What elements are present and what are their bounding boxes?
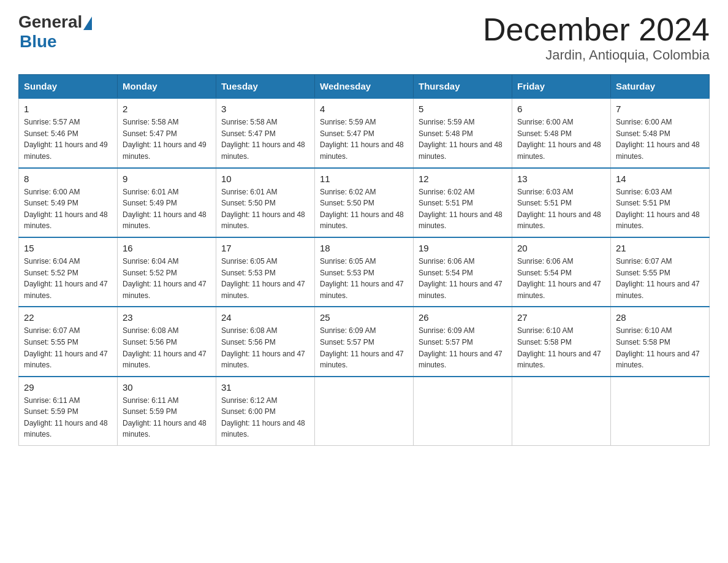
day-info: Sunrise: 6:01 AMSunset: 5:49 PMDaylight:…: [123, 186, 211, 232]
day-info: Sunrise: 6:11 AMSunset: 5:59 PMDaylight:…: [24, 395, 112, 440]
day-info: Sunrise: 6:02 AMSunset: 5:51 PMDaylight:…: [419, 186, 507, 232]
calendar-cell: 15Sunrise: 6:04 AMSunset: 5:52 PMDayligh…: [19, 237, 118, 307]
logo-general-text: General: [18, 12, 82, 32]
calendar-cell: 12Sunrise: 6:02 AMSunset: 5:51 PMDayligh…: [414, 168, 512, 237]
day-number: 28: [616, 312, 704, 323]
day-number: 8: [24, 174, 112, 184]
calendar-cell: 10Sunrise: 6:01 AMSunset: 5:50 PMDayligh…: [216, 168, 315, 237]
weekday-header-tuesday: Tuesday: [216, 75, 315, 99]
calendar-table: SundayMondayTuesdayWednesdayThursdayFrid…: [18, 74, 710, 446]
calendar-cell: 30Sunrise: 6:11 AMSunset: 5:59 PMDayligh…: [118, 377, 216, 446]
week-row-1: 1Sunrise: 5:57 AMSunset: 5:46 PMDaylight…: [19, 98, 710, 167]
day-info: Sunrise: 6:02 AMSunset: 5:50 PMDaylight:…: [320, 186, 408, 232]
calendar-cell: 21Sunrise: 6:07 AMSunset: 5:55 PMDayligh…: [611, 237, 710, 307]
weekday-header-wednesday: Wednesday: [315, 75, 414, 99]
calendar-cell: 4Sunrise: 5:59 AMSunset: 5:47 PMDaylight…: [315, 98, 414, 167]
day-info: Sunrise: 5:59 AMSunset: 5:48 PMDaylight:…: [419, 117, 507, 162]
day-number: 30: [123, 382, 211, 393]
day-info: Sunrise: 6:04 AMSunset: 5:52 PMDaylight:…: [123, 256, 211, 301]
calendar-cell: 18Sunrise: 6:05 AMSunset: 5:53 PMDayligh…: [315, 237, 414, 307]
day-number: 29: [24, 382, 112, 393]
day-info: Sunrise: 6:11 AMSunset: 5:59 PMDaylight:…: [123, 395, 211, 440]
day-info: Sunrise: 5:57 AMSunset: 5:46 PMDaylight:…: [24, 117, 112, 162]
weekday-header-thursday: Thursday: [414, 75, 512, 99]
day-info: Sunrise: 5:58 AMSunset: 5:47 PMDaylight:…: [123, 117, 211, 162]
calendar-cell: 23Sunrise: 6:08 AMSunset: 5:56 PMDayligh…: [118, 307, 216, 376]
calendar-cell: 25Sunrise: 6:09 AMSunset: 5:57 PMDayligh…: [315, 307, 414, 376]
day-info: Sunrise: 5:59 AMSunset: 5:47 PMDaylight:…: [320, 117, 408, 162]
day-info: Sunrise: 6:10 AMSunset: 5:58 PMDaylight:…: [517, 325, 605, 370]
day-info: Sunrise: 6:07 AMSunset: 5:55 PMDaylight:…: [24, 325, 112, 370]
calendar-cell: 5Sunrise: 5:59 AMSunset: 5:48 PMDaylight…: [414, 98, 512, 167]
day-info: Sunrise: 6:04 AMSunset: 5:52 PMDaylight:…: [24, 256, 112, 301]
calendar-cell: 19Sunrise: 6:06 AMSunset: 5:54 PMDayligh…: [414, 237, 512, 307]
day-number: 6: [517, 104, 605, 114]
weekday-header-saturday: Saturday: [611, 75, 710, 99]
day-number: 3: [221, 104, 309, 114]
day-number: 26: [419, 312, 507, 323]
day-number: 18: [320, 243, 408, 253]
day-number: 17: [221, 243, 309, 253]
day-number: 7: [616, 104, 704, 114]
day-info: Sunrise: 6:03 AMSunset: 5:51 PMDaylight:…: [517, 186, 605, 232]
calendar-cell: 29Sunrise: 6:11 AMSunset: 5:59 PMDayligh…: [19, 377, 118, 446]
logo: General Blue: [18, 12, 92, 52]
day-number: 25: [320, 312, 408, 323]
day-number: 9: [123, 174, 211, 184]
week-row-2: 8Sunrise: 6:00 AMSunset: 5:49 PMDaylight…: [19, 168, 710, 237]
day-number: 24: [221, 312, 309, 323]
title-section: December 2024 Jardin, Antioquia, Colombi…: [483, 12, 710, 63]
calendar-cell: 2Sunrise: 5:58 AMSunset: 5:47 PMDaylight…: [118, 98, 216, 167]
day-info: Sunrise: 6:03 AMSunset: 5:51 PMDaylight:…: [616, 186, 704, 232]
day-info: Sunrise: 5:58 AMSunset: 5:47 PMDaylight:…: [221, 117, 309, 162]
day-number: 4: [320, 104, 408, 114]
calendar-cell: 9Sunrise: 6:01 AMSunset: 5:49 PMDaylight…: [118, 168, 216, 237]
day-info: Sunrise: 6:05 AMSunset: 5:53 PMDaylight:…: [221, 256, 309, 301]
month-title: December 2024: [483, 12, 710, 47]
day-number: 2: [123, 104, 211, 114]
calendar-cell: [512, 377, 611, 446]
calendar-cell: 26Sunrise: 6:09 AMSunset: 5:57 PMDayligh…: [414, 307, 512, 376]
day-info: Sunrise: 6:06 AMSunset: 5:54 PMDaylight:…: [419, 256, 507, 301]
day-number: 15: [24, 243, 112, 253]
day-number: 20: [517, 243, 605, 253]
calendar-cell: 1Sunrise: 5:57 AMSunset: 5:46 PMDaylight…: [19, 98, 118, 167]
day-number: 10: [221, 174, 309, 184]
day-info: Sunrise: 6:06 AMSunset: 5:54 PMDaylight:…: [517, 256, 605, 301]
day-info: Sunrise: 6:00 AMSunset: 5:48 PMDaylight:…: [517, 117, 605, 162]
day-info: Sunrise: 6:12 AMSunset: 6:00 PMDaylight:…: [221, 395, 309, 440]
logo-blue-text: Blue: [20, 32, 57, 52]
calendar-cell: [315, 377, 414, 446]
day-number: 23: [123, 312, 211, 323]
day-info: Sunrise: 6:10 AMSunset: 5:58 PMDaylight:…: [616, 325, 704, 370]
weekday-header-monday: Monday: [118, 75, 216, 99]
day-info: Sunrise: 6:05 AMSunset: 5:53 PMDaylight:…: [320, 256, 408, 301]
week-row-5: 29Sunrise: 6:11 AMSunset: 5:59 PMDayligh…: [19, 377, 710, 446]
week-row-3: 15Sunrise: 6:04 AMSunset: 5:52 PMDayligh…: [19, 237, 710, 307]
day-number: 5: [419, 104, 507, 114]
day-number: 14: [616, 174, 704, 184]
location-text: Jardin, Antioquia, Colombia: [483, 47, 710, 63]
calendar-cell: 17Sunrise: 6:05 AMSunset: 5:53 PMDayligh…: [216, 237, 315, 307]
day-info: Sunrise: 6:08 AMSunset: 5:56 PMDaylight:…: [221, 325, 309, 370]
calendar-cell: 28Sunrise: 6:10 AMSunset: 5:58 PMDayligh…: [611, 307, 710, 376]
day-number: 19: [419, 243, 507, 253]
day-number: 1: [24, 104, 112, 114]
calendar-cell: 31Sunrise: 6:12 AMSunset: 6:00 PMDayligh…: [216, 377, 315, 446]
calendar-cell: 7Sunrise: 6:00 AMSunset: 5:48 PMDaylight…: [611, 98, 710, 167]
day-info: Sunrise: 6:07 AMSunset: 5:55 PMDaylight:…: [616, 256, 704, 301]
calendar-cell: 22Sunrise: 6:07 AMSunset: 5:55 PMDayligh…: [19, 307, 118, 376]
calendar-cell: 14Sunrise: 6:03 AMSunset: 5:51 PMDayligh…: [611, 168, 710, 237]
calendar-cell: 16Sunrise: 6:04 AMSunset: 5:52 PMDayligh…: [118, 237, 216, 307]
weekday-header-sunday: Sunday: [19, 75, 118, 99]
day-info: Sunrise: 6:00 AMSunset: 5:48 PMDaylight:…: [616, 117, 704, 162]
calendar-cell: 20Sunrise: 6:06 AMSunset: 5:54 PMDayligh…: [512, 237, 611, 307]
page-header: General Blue December 2024 Jardin, Antio…: [18, 12, 710, 63]
day-info: Sunrise: 6:08 AMSunset: 5:56 PMDaylight:…: [123, 325, 211, 370]
calendar-cell: 24Sunrise: 6:08 AMSunset: 5:56 PMDayligh…: [216, 307, 315, 376]
calendar-cell: 8Sunrise: 6:00 AMSunset: 5:49 PMDaylight…: [19, 168, 118, 237]
day-info: Sunrise: 6:09 AMSunset: 5:57 PMDaylight:…: [320, 325, 408, 370]
day-number: 13: [517, 174, 605, 184]
calendar-cell: [414, 377, 512, 446]
day-number: 22: [24, 312, 112, 323]
